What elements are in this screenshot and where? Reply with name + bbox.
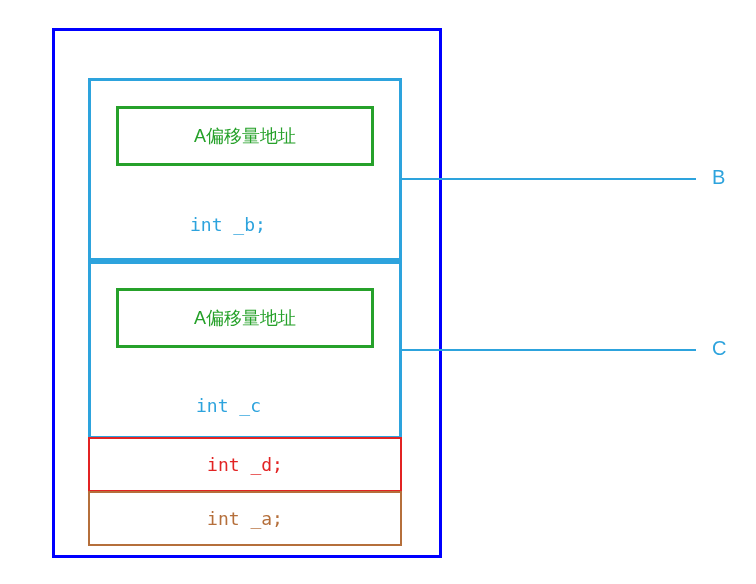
offset-b-label: A偏移量地址: [194, 124, 296, 148]
field-int-c: int _c: [196, 395, 261, 416]
field-int-a-box: int _a;: [88, 491, 402, 546]
offset-address-c: A偏移量地址: [116, 288, 374, 348]
external-label-b: B: [712, 166, 725, 189]
field-int-d: int _d;: [207, 454, 283, 475]
external-label-c: C: [712, 337, 726, 360]
field-int-d-box: int _d;: [88, 437, 402, 492]
field-int-a: int _a;: [207, 508, 283, 529]
connector-line-c: [402, 349, 696, 351]
offset-c-label: A偏移量地址: [194, 306, 296, 330]
offset-address-b: A偏移量地址: [116, 106, 374, 166]
connector-line-b: [402, 178, 696, 180]
field-int-b: int _b;: [190, 214, 266, 235]
